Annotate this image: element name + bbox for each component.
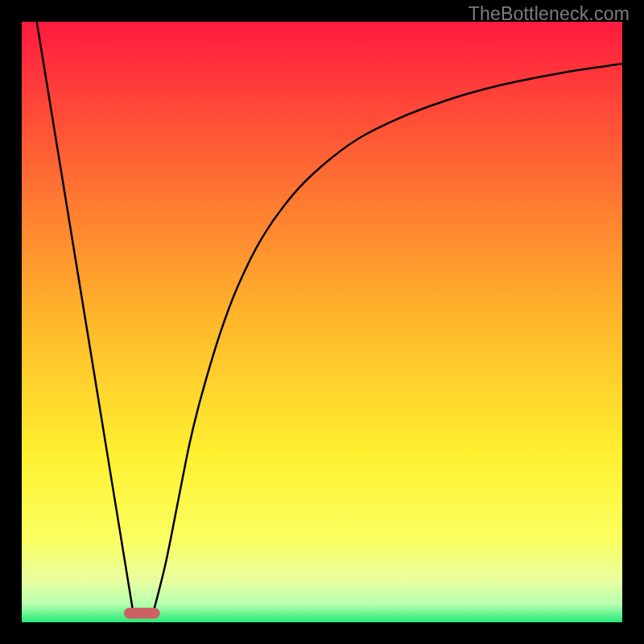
gradient-background: [22, 22, 622, 622]
chart-frame: TheBottleneck.com: [0, 0, 644, 644]
plot-area: [22, 22, 622, 622]
minimum-marker: [124, 608, 160, 618]
minimum-marker-pill: [124, 608, 160, 618]
bottleneck-chart: [22, 22, 622, 622]
